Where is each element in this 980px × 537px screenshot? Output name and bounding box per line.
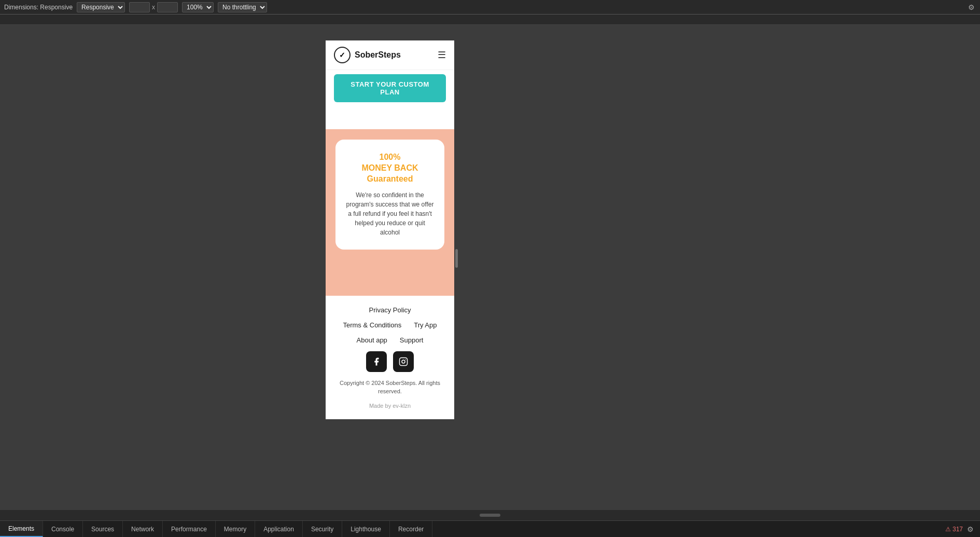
main-area: ✓ SoberSteps ☰ START YOUR CUSTOM PLAN 10… [0, 25, 980, 510]
viewport-scrollbar-handle[interactable] [455, 249, 458, 268]
app-logo-text: SoberSteps [355, 50, 401, 60]
about-app-link[interactable]: About app [357, 336, 387, 344]
money-back-line3: Guaranteed [367, 174, 413, 183]
tab-memory[interactable]: Memory [216, 521, 255, 537]
money-back-card: 100% MONEY BACK Guaranteed We're so conf… [335, 140, 444, 250]
money-back-line1: 100% [380, 153, 401, 161]
app-footer: Privacy Policy Terms & Conditions Try Ap… [326, 296, 454, 419]
tab-console[interactable]: Console [43, 521, 83, 537]
svg-rect-0 [400, 358, 408, 366]
cta-area: START YOUR CUSTOM PLAN [326, 70, 454, 108]
svg-point-2 [405, 359, 406, 360]
tab-sources[interactable]: Sources [83, 521, 123, 537]
device-selector[interactable]: Responsive [77, 2, 125, 12]
svg-point-1 [402, 360, 405, 363]
width-input[interactable]: 320 [129, 2, 150, 12]
devtools-bottom-bar: Elements Console Sources Network Perform… [0, 520, 980, 537]
social-icons-row [366, 351, 414, 372]
app-logo: ✓ SoberSteps [334, 47, 401, 63]
throttle-selector[interactable]: No throttling [218, 2, 267, 12]
height-input[interactable]: 920 [157, 2, 178, 12]
terms-link[interactable]: Terms & Conditions [343, 321, 401, 329]
privacy-policy-link[interactable]: Privacy Policy [369, 306, 411, 314]
hamburger-icon[interactable]: ☰ [438, 49, 446, 61]
devtools-top-bar: Dimensions: Responsive Responsive 320 x … [0, 0, 980, 15]
money-back-line2: MONEY BACK [361, 163, 418, 172]
device-label: Dimensions: Responsive [4, 4, 73, 11]
footer-links-row-2: About app Support [357, 336, 424, 344]
scroll-indicator [480, 514, 500, 517]
white-gap [326, 108, 454, 129]
devtools-tabs: Elements Console Sources Network Perform… [0, 521, 432, 537]
peach-section: 100% MONEY BACK Guaranteed We're so conf… [326, 129, 454, 296]
zoom-selector[interactable]: 100% [182, 2, 214, 12]
devtools-bottom-right: ⚠ 317 ⚙ [945, 525, 980, 533]
cta-button[interactable]: START YOUR CUSTOM PLAN [334, 74, 446, 102]
settings-icon[interactable]: ⚙ [967, 3, 976, 12]
tab-recorder[interactable]: Recorder [390, 521, 432, 537]
error-count-value: 317 [953, 526, 963, 533]
dimension-inputs: 320 x 920 [129, 2, 178, 12]
facebook-icon[interactable] [366, 351, 387, 372]
devtools-settings-icon[interactable]: ⚙ [967, 525, 974, 533]
ruler-top [0, 15, 980, 25]
instagram-icon[interactable] [393, 351, 414, 372]
mobile-viewport: ✓ SoberSteps ☰ START YOUR CUSTOM PLAN 10… [326, 40, 454, 419]
footer-credit: Made by ev-klzn [369, 403, 411, 409]
money-back-title: 100% MONEY BACK Guaranteed [346, 152, 434, 184]
error-count: ⚠ 317 [945, 526, 963, 533]
app-navbar: ✓ SoberSteps ☰ [326, 40, 454, 70]
footer-copyright: Copyright © 2024 SoberSteps. All rights … [334, 379, 446, 395]
logo-checkmark: ✓ [339, 51, 345, 59]
bottom-ruler [0, 510, 980, 520]
footer-links-row: Terms & Conditions Try App [343, 321, 437, 329]
tab-performance[interactable]: Performance [163, 521, 216, 537]
tab-security[interactable]: Security [303, 521, 342, 537]
money-back-description: We're so confident in the program's succ… [346, 190, 434, 237]
tab-lighthouse[interactable]: Lighthouse [342, 521, 390, 537]
x-separator: x [152, 4, 155, 11]
support-link[interactable]: Support [400, 336, 424, 344]
try-app-link[interactable]: Try App [414, 321, 437, 329]
tab-application[interactable]: Application [255, 521, 303, 537]
tab-elements[interactable]: Elements [0, 521, 43, 537]
logo-icon: ✓ [334, 47, 351, 63]
tab-network[interactable]: Network [123, 521, 163, 537]
viewport-background: ✓ SoberSteps ☰ START YOUR CUSTOM PLAN 10… [0, 25, 980, 510]
